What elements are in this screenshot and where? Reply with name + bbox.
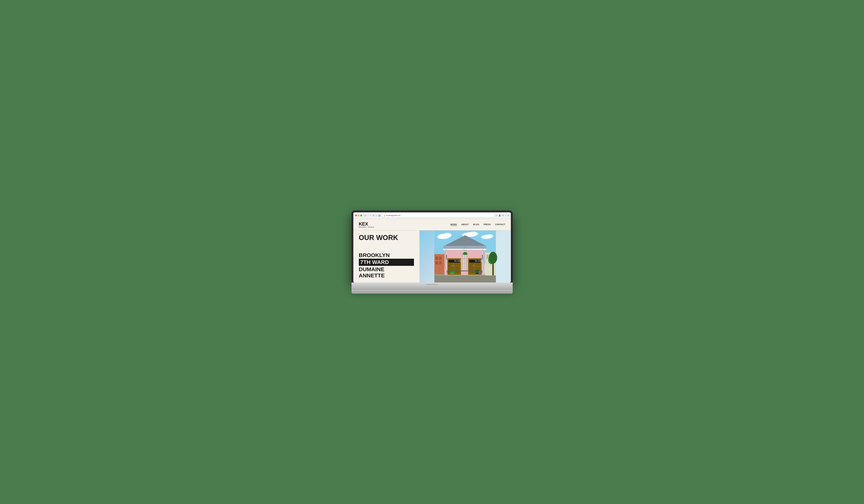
project-image-panel: No.1621 (419, 230, 511, 283)
svg-rect-10 (435, 256, 438, 260)
reload-icon[interactable]: ↺ (496, 215, 497, 217)
logo-text: KEX (359, 221, 368, 226)
minimize-button[interactable] (358, 215, 360, 216)
address-bar[interactable]: 🔒 kexdesignbuild.com (382, 214, 494, 217)
svg-rect-39 (446, 256, 447, 258)
project-annette[interactable]: ANNETTE (359, 273, 414, 279)
logo-tagline: DESIGN + BUILD (359, 226, 374, 228)
svg-text:No.1619: No.1619 (475, 260, 482, 262)
project-7th-ward[interactable]: 7TH WARD (359, 259, 414, 266)
laptop-notch (427, 284, 437, 285)
maximize-button[interactable] (360, 215, 362, 216)
svg-point-68 (452, 271, 455, 273)
nav-blog[interactable]: BLOG (473, 224, 479, 226)
svg-rect-82 (479, 271, 481, 274)
nav-contact[interactable]: CONTACT (495, 224, 505, 226)
svg-rect-83 (478, 271, 482, 271)
macbook-laptop: ⊞ ‹ › 🛡 ⌘ ↺ 🌐 🔒 kexdesignbuild.com ↺ (351, 211, 513, 294)
share-icon[interactable]: ⬆ (502, 215, 504, 217)
nav-about[interactable]: ABOUT (461, 224, 469, 226)
nav-links: WORK ABOUT BLOG PRESS CONTACT (451, 224, 505, 226)
account-icon[interactable]: 👤 (499, 215, 501, 217)
svg-text:No.1621: No.1621 (454, 260, 461, 262)
svg-rect-53 (469, 266, 474, 274)
site-navigation: KEX DESIGN + BUILD WORK ABOUT BLOG PRESS… (353, 219, 511, 230)
command-icon: ⌘ (373, 215, 375, 217)
logo[interactable]: KEX DESIGN + BUILD (359, 221, 374, 228)
svg-rect-14 (434, 275, 496, 283)
url-text: kexdesignbuild.com (386, 215, 400, 216)
svg-rect-20 (443, 246, 487, 249)
svg-rect-77 (453, 271, 454, 273)
svg-rect-75 (482, 271, 482, 273)
laptop-screen: ⊞ ‹ › 🛡 ⌘ ↺ 🌐 🔒 kexdesignbuild.com ↺ (353, 212, 511, 283)
address-bar-container: 🔒 kexdesignbuild.com ↺ (382, 214, 497, 217)
svg-point-71 (475, 271, 477, 273)
svg-point-2 (443, 233, 452, 238)
svg-rect-12 (435, 261, 438, 264)
forward-icon[interactable]: › (368, 215, 368, 217)
logo-e: E (362, 221, 365, 226)
svg-point-38 (453, 265, 453, 266)
svg-point-86 (488, 256, 494, 264)
svg-point-8 (485, 234, 493, 238)
sidebar-icon[interactable]: ⧉ (508, 214, 509, 217)
laptop-table-edge (351, 292, 513, 294)
laptop-screen-bezel: ⊞ ‹ › 🛡 ⌘ ↺ 🌐 🔒 kexdesignbuild.com ↺ (351, 211, 513, 283)
back-icon[interactable]: ‹ (367, 215, 367, 217)
section-title: OUR WORK (359, 234, 414, 241)
shield-icon: 🛡 (370, 215, 372, 217)
svg-rect-13 (439, 261, 442, 264)
browser-toolbar: ⊞ ‹ › 🛡 ⌘ ↺ 🌐 🔒 kexdesignbuild.com ↺ (353, 212, 511, 219)
left-panel: OUR WORK BROOKLYN 7TH WARD DUMAINE ANNET… (353, 230, 419, 283)
svg-rect-24 (443, 249, 487, 250)
logo-x: X (365, 221, 368, 227)
project-brooklyn[interactable]: BROOKLYN (359, 252, 414, 259)
project-dumaine[interactable]: DUMAINE (359, 266, 414, 273)
website-content: KEX DESIGN + BUILD WORK ABOUT BLOG PRESS… (353, 219, 511, 283)
svg-point-3 (437, 235, 444, 239)
svg-rect-61 (482, 255, 483, 256)
laptop-base (351, 290, 513, 292)
tab-icon: ⊞ (364, 215, 366, 217)
svg-rect-81 (469, 265, 471, 267)
svg-rect-11 (439, 256, 442, 260)
svg-rect-34 (454, 266, 460, 274)
nav-press[interactable]: PRESS (483, 224, 491, 226)
lock-icon: 🔒 (384, 215, 385, 216)
macbook-model-label: MacBook Pro (351, 287, 513, 290)
nav-work[interactable]: WORK (451, 224, 457, 226)
svg-rect-84 (492, 262, 494, 275)
globe-icon: 🌐 (378, 215, 381, 217)
site-main: OUR WORK BROOKLYN 7TH WARD DUMAINE ANNET… (353, 230, 511, 283)
svg-point-58 (473, 265, 474, 266)
svg-rect-74 (447, 271, 447, 273)
svg-rect-73 (447, 271, 482, 271)
svg-rect-59 (482, 256, 483, 258)
logo-k: K (359, 221, 362, 227)
refresh-icon[interactable]: ↺ (376, 215, 377, 217)
browser-window-controls (355, 215, 362, 216)
svg-point-48 (463, 253, 465, 255)
close-button[interactable] (355, 215, 357, 216)
browser-right-icons: 👤 ⬆ + ⧉ (499, 214, 509, 217)
house-illustration: No.1621 (419, 230, 511, 283)
svg-point-49 (466, 253, 467, 255)
browser-nav-icons: ⊞ ‹ › (364, 215, 369, 217)
project-image: No.1621 (419, 230, 511, 283)
svg-rect-80 (448, 265, 450, 267)
laptop-chin (351, 283, 513, 287)
svg-point-67 (450, 271, 452, 273)
svg-rect-41 (446, 255, 447, 256)
project-list: BROOKLYN 7TH WARD DUMAINE ANNETTE (359, 252, 414, 279)
svg-rect-78 (476, 271, 476, 273)
new-tab-icon[interactable]: + (505, 215, 506, 217)
